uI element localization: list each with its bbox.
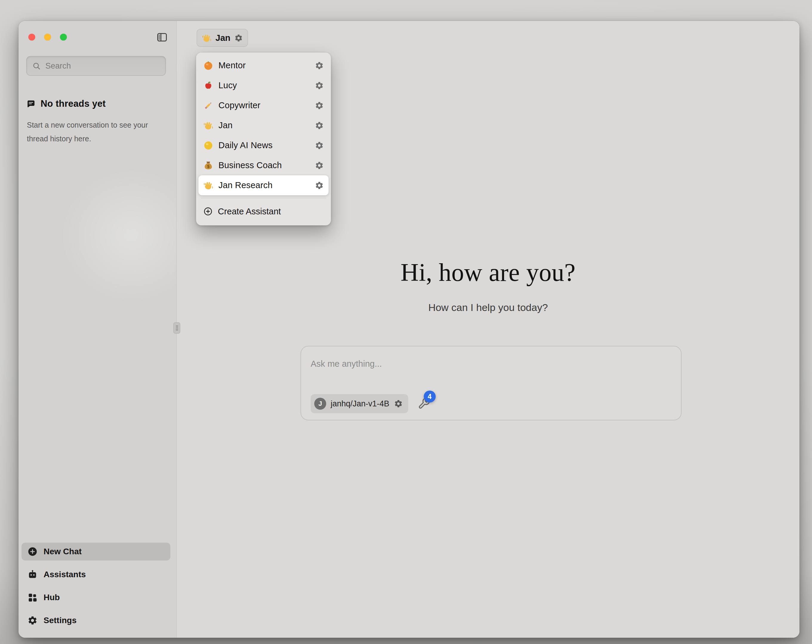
model-avatar: J xyxy=(314,398,326,410)
wave-hand-icon xyxy=(203,180,214,190)
gear-icon[interactable] xyxy=(315,181,324,190)
money-bag-icon xyxy=(203,160,214,171)
sidebar-item-new-chat[interactable]: New Chat xyxy=(21,543,170,560)
gear-icon[interactable] xyxy=(315,81,324,90)
sidebar-item-hub[interactable]: Hub xyxy=(21,589,170,606)
wave-hand-icon xyxy=(202,33,212,43)
assistant-menu-item-mentor[interactable]: Mentor xyxy=(198,55,328,75)
assistant-menu-item-label: Jan Research xyxy=(218,180,310,190)
tools-count-badge: 4 xyxy=(424,391,436,402)
greeting-title: Hi, how are you? xyxy=(177,258,800,287)
gear-icon[interactable] xyxy=(315,101,324,110)
assistant-menu-item-jan-research[interactable]: Jan Research xyxy=(198,175,328,195)
create-assistant-label: Create Assistant xyxy=(218,207,281,216)
search-input[interactable] xyxy=(45,61,160,71)
create-assistant-button[interactable]: Create Assistant xyxy=(198,201,328,222)
gear-icon[interactable] xyxy=(315,161,324,170)
greeting: Hi, how are you? How can I help you toda… xyxy=(177,258,800,314)
assistant-menu-item-label: Lucy xyxy=(218,81,310,90)
assistant-menu-item-lucy[interactable]: Lucy xyxy=(198,75,328,95)
assistant-menu-item-label: Jan xyxy=(218,120,310,130)
chat-composer[interactable]: J janhq/Jan-v1-4B 4 xyxy=(301,346,682,420)
empty-state-description: Start a new conversation to see your thr… xyxy=(27,118,157,146)
sidebar-item-label: Hub xyxy=(44,593,60,602)
gear-icon[interactable] xyxy=(315,61,324,70)
chat-bubble-icon xyxy=(26,99,35,108)
apple-icon xyxy=(203,81,214,91)
gear-icon[interactable] xyxy=(315,141,324,150)
search-bar[interactable] xyxy=(26,56,166,76)
sidebar-item-settings[interactable]: Settings xyxy=(21,612,170,629)
drag-dots-icon xyxy=(175,325,179,331)
gear-icon xyxy=(27,615,38,626)
assistants-icon xyxy=(27,569,38,580)
empty-threads-state: No threads yet Start a new conversation … xyxy=(26,98,157,146)
zoom-window-button[interactable] xyxy=(60,34,67,41)
hub-grid-icon xyxy=(27,592,38,603)
sidebar-item-assistants[interactable]: Assistants xyxy=(21,566,170,583)
assistant-menu-item-label: Copywriter xyxy=(218,100,310,110)
sidebar-item-label: New Chat xyxy=(44,547,82,556)
composer-toolbar: J janhq/Jan-v1-4B 4 xyxy=(311,394,431,413)
menu-divider xyxy=(201,198,326,198)
sidebar: No threads yet Start a new conversation … xyxy=(18,21,177,638)
model-selector[interactable]: J janhq/Jan-v1-4B xyxy=(311,394,408,413)
gear-icon[interactable] xyxy=(315,121,324,130)
sidebar-nav: New Chat Assistants Hub Settings xyxy=(21,543,170,629)
greeting-subtitle: How can I help you today? xyxy=(177,302,800,314)
orange-circle-icon xyxy=(203,61,214,71)
chat-input[interactable] xyxy=(311,356,672,371)
sidebar-item-label: Assistants xyxy=(44,570,86,579)
search-icon xyxy=(32,61,41,70)
sidebar-resize-handle[interactable] xyxy=(173,322,180,333)
assistant-menu-item-label: Business Coach xyxy=(218,160,310,170)
main-area: Jan Mentor Lucy xyxy=(177,21,800,638)
minimize-window-button[interactable] xyxy=(44,34,51,41)
wave-hand-icon xyxy=(203,120,214,131)
gear-icon[interactable] xyxy=(234,34,243,42)
plus-circle-outline-icon xyxy=(203,207,213,216)
empty-state-title: No threads yet xyxy=(41,98,105,109)
assistant-menu-item-copywriter[interactable]: Copywriter xyxy=(198,95,328,116)
assistant-menu-item-label: Daily AI News xyxy=(218,140,310,150)
yellow-circle-icon xyxy=(203,140,214,151)
close-window-button[interactable] xyxy=(28,34,35,41)
tools-button[interactable]: 4 xyxy=(418,397,431,410)
pencil-icon xyxy=(203,100,214,111)
model-name: janhq/Jan-v1-4B xyxy=(331,399,389,408)
sidebar-toggle-icon[interactable] xyxy=(156,32,168,43)
assistant-menu-item-label: Mentor xyxy=(218,61,310,70)
assistant-dropdown-menu: Mentor Lucy Copywriter xyxy=(196,52,331,225)
assistant-selector-label: Jan xyxy=(215,33,230,43)
sidebar-item-label: Settings xyxy=(44,616,76,625)
assistant-menu-item-jan[interactable]: Jan xyxy=(198,116,328,135)
assistant-menu-item-business-coach[interactable]: Business Coach xyxy=(198,155,328,175)
assistant-selector[interactable]: Jan xyxy=(197,29,248,47)
app-window: No threads yet Start a new conversation … xyxy=(18,21,800,638)
window-controls xyxy=(28,34,67,41)
plus-circle-icon xyxy=(27,547,38,557)
assistant-menu-item-daily-ai-news[interactable]: Daily AI News xyxy=(198,135,328,155)
gear-icon[interactable] xyxy=(394,399,403,408)
